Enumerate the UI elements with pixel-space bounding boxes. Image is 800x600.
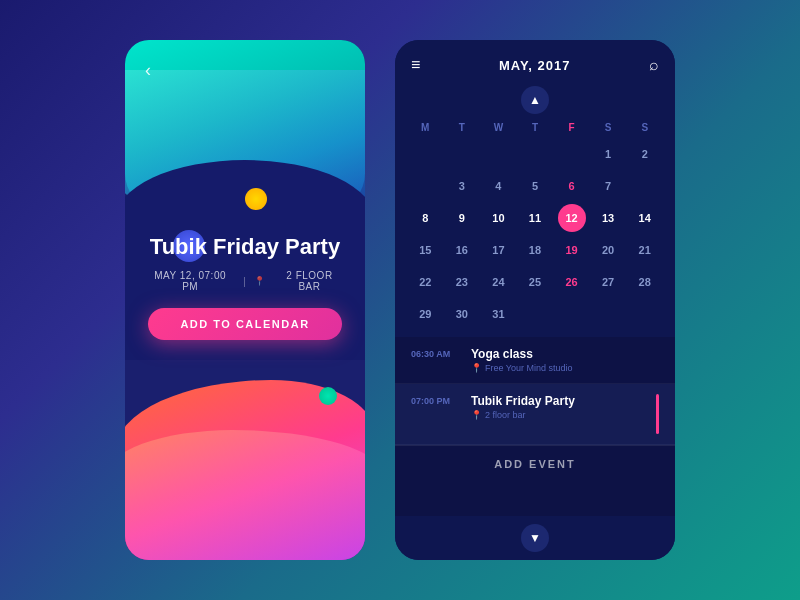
cal-day-21[interactable]: 21 <box>637 239 653 261</box>
cal-day-empty <box>603 309 613 319</box>
cal-day-31[interactable]: 31 <box>490 303 506 325</box>
event-title: Tubik Friday Party <box>145 234 345 260</box>
add-event-button[interactable]: ADD EVENT <box>395 445 675 482</box>
event-row-yoga[interactable]: 06:30 AM Yoga class 📍 Free Your Mind stu… <box>395 337 675 384</box>
cal-day-3[interactable]: 3 <box>457 175 467 197</box>
cal-day-empty <box>420 149 430 159</box>
cal-day-empty <box>530 309 540 319</box>
cal-day-26[interactable]: 26 <box>563 271 579 293</box>
separator: | <box>243 276 246 287</box>
cal-day-9[interactable]: 9 <box>457 207 467 229</box>
cal-day-10[interactable]: 10 <box>490 207 506 229</box>
cal-day-24[interactable]: 24 <box>490 271 506 293</box>
cal-day-16[interactable]: 16 <box>454 239 470 261</box>
cal-day-empty <box>457 149 467 159</box>
cal-day-20[interactable]: 20 <box>600 239 616 261</box>
event-name-yoga: Yoga class <box>471 347 659 361</box>
left-card: ‹ Tubik Friday Party MAY 12, 07:00 PM | … <box>125 40 365 560</box>
back-arrow-icon[interactable]: ‹ <box>145 60 151 81</box>
event-details-yoga: Yoga class 📍 Free Your Mind studio <box>471 347 659 373</box>
cal-day-15[interactable]: 15 <box>417 239 433 261</box>
cal-day-7[interactable]: 7 <box>603 175 613 197</box>
cal-day-13[interactable]: 13 <box>600 207 616 229</box>
chevron-up-wrapper: ▲ <box>395 82 675 120</box>
cal-day-23[interactable]: 23 <box>454 271 470 293</box>
event-name-party: Tubik Friday Party <box>471 394 644 408</box>
cal-day-empty <box>567 149 577 159</box>
event-highlight-bar <box>656 394 659 434</box>
day-header-s2: S <box>626 120 663 135</box>
event-location-yoga: 📍 Free Your Mind studio <box>471 363 659 373</box>
cal-day-27[interactable]: 27 <box>600 271 616 293</box>
cal-day-4[interactable]: 4 <box>493 175 503 197</box>
chevron-down-button[interactable]: ▼ <box>521 524 549 552</box>
right-card: ≡ MAY, 2017 ⌕ ▲ M T W T F S S 1 2 3 4 5 … <box>395 40 675 560</box>
cal-day-empty <box>640 181 650 191</box>
chevron-down-wrapper: ▼ <box>395 516 675 560</box>
cal-day-18[interactable]: 18 <box>527 239 543 261</box>
search-icon[interactable]: ⌕ <box>649 56 659 74</box>
event-row-party[interactable]: 07:00 PM Tubik Friday Party 📍 2 floor ba… <box>395 384 675 445</box>
cal-day-empty <box>420 181 430 191</box>
cal-day-5[interactable]: 5 <box>530 175 540 197</box>
calendar-header: ≡ MAY, 2017 ⌕ <box>395 40 675 82</box>
location-icon: 📍 <box>254 276 266 286</box>
cal-day-25[interactable]: 25 <box>527 271 543 293</box>
cal-day-today-12[interactable]: 12 <box>558 204 586 232</box>
event-meta: MAY 12, 07:00 PM | 📍 2 FLOOR BAR <box>145 270 345 292</box>
calendar-title: MAY, 2017 <box>499 58 570 73</box>
events-section: 06:30 AM Yoga class 📍 Free Your Mind stu… <box>395 337 675 516</box>
party-location-text: 2 floor bar <box>485 410 526 420</box>
cal-day-11[interactable]: 11 <box>527 207 543 229</box>
event-info: Tubik Friday Party MAY 12, 07:00 PM | 📍 … <box>125 234 365 340</box>
day-header-t1: T <box>444 120 481 135</box>
day-header-m: M <box>407 120 444 135</box>
cal-day-22[interactable]: 22 <box>417 271 433 293</box>
day-headers: M T W T F S S <box>395 120 675 135</box>
cal-day-28[interactable]: 28 <box>637 271 653 293</box>
cal-day-empty <box>530 149 540 159</box>
day-header-f: F <box>553 120 590 135</box>
cal-day-1[interactable]: 1 <box>603 143 613 165</box>
location-pin-icon-2: 📍 <box>471 410 482 420</box>
day-header-w: W <box>480 120 517 135</box>
location-pin-icon: 📍 <box>471 363 482 373</box>
add-to-calendar-button[interactable]: ADD TO CALENDAR <box>148 308 341 340</box>
cal-day-17[interactable]: 17 <box>490 239 506 261</box>
wave-bottom <box>125 380 365 560</box>
cal-day-19[interactable]: 19 <box>563 239 579 261</box>
event-location: 2 FLOOR BAR <box>274 270 345 292</box>
cal-day-empty <box>640 309 650 319</box>
day-header-t2: T <box>517 120 554 135</box>
event-time-yoga: 06:30 AM <box>411 347 459 359</box>
cal-day-8[interactable]: 8 <box>420 207 430 229</box>
cal-day-29[interactable]: 29 <box>417 303 433 325</box>
cal-day-30[interactable]: 30 <box>454 303 470 325</box>
cal-day-14[interactable]: 14 <box>637 207 653 229</box>
day-header-s1: S <box>590 120 627 135</box>
menu-icon[interactable]: ≡ <box>411 56 420 74</box>
dot-teal <box>319 387 337 405</box>
event-location-party: 📍 2 floor bar <box>471 410 644 420</box>
cal-day-empty <box>567 309 577 319</box>
event-details-party: Tubik Friday Party 📍 2 floor bar <box>471 394 644 420</box>
yoga-location-text: Free Your Mind studio <box>485 363 573 373</box>
cal-day-6[interactable]: 6 <box>567 175 577 197</box>
cal-day-2[interactable]: 2 <box>640 143 650 165</box>
cal-day-empty <box>493 149 503 159</box>
event-date: MAY 12, 07:00 PM <box>145 270 235 292</box>
calendar-grid: 1 2 3 4 5 6 7 8 9 10 11 12 13 14 15 16 1… <box>395 139 675 329</box>
chevron-up-button[interactable]: ▲ <box>521 86 549 114</box>
dot-yellow <box>245 188 267 210</box>
event-time-party: 07:00 PM <box>411 394 459 406</box>
